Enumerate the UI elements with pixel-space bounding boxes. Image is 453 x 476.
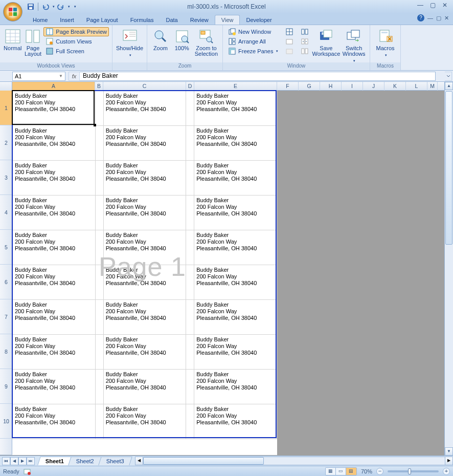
cell[interactable]: Buddy Baker200 Falcon WayPleasantville, … <box>103 335 186 370</box>
row-header[interactable]: 8 <box>0 334 12 369</box>
cell[interactable]: Buddy Baker200 Falcon WayPleasantville, … <box>194 404 277 439</box>
cell[interactable]: Buddy Baker200 Falcon WayPleasantville, … <box>103 196 186 230</box>
scroll-left-button[interactable]: ◀ <box>135 457 143 465</box>
row-header[interactable]: 4 <box>0 195 12 230</box>
tab-review[interactable]: Review <box>184 15 215 25</box>
macro-record-icon[interactable] <box>24 468 31 475</box>
cell[interactable]: Buddy Baker200 Falcon WayPleasantville, … <box>103 230 186 265</box>
view-side-by-side-button[interactable] <box>299 27 311 36</box>
row-header[interactable]: 5 <box>0 230 12 265</box>
normal-shortcut-icon[interactable]: ▦ <box>326 468 336 475</box>
column-header[interactable]: A <box>12 82 95 91</box>
redo-dropdown[interactable]: ▾ <box>68 5 70 9</box>
vertical-scroll-thumb[interactable] <box>445 91 452 245</box>
cell[interactable] <box>95 196 103 230</box>
zoom-slider-knob[interactable] <box>408 468 411 474</box>
column-header[interactable]: I <box>342 82 363 91</box>
cell[interactable] <box>95 404 103 439</box>
split-button[interactable] <box>283 27 296 36</box>
cell[interactable]: Buddy Baker200 Falcon WayPleasantville, … <box>13 335 96 370</box>
scroll-right-button[interactable]: ▶ <box>445 457 453 465</box>
qat-customize-dropdown[interactable]: ▾ <box>74 5 76 9</box>
cell[interactable]: Buddy Baker200 Falcon WayPleasantville, … <box>13 196 96 230</box>
new-window-button[interactable]: New Window <box>226 27 280 36</box>
macros-button[interactable]: Macros▾ <box>373 26 397 58</box>
vertical-scrollbar[interactable]: ▲ ▼ <box>444 82 453 456</box>
normal-view-button[interactable]: Normal <box>3 26 22 51</box>
cell[interactable] <box>95 161 103 196</box>
column-header[interactable]: J <box>363 82 384 91</box>
row-header[interactable]: 10 <box>0 404 12 439</box>
cell[interactable] <box>186 404 194 439</box>
save-icon[interactable] <box>27 3 35 11</box>
close-button[interactable]: ✕ <box>440 2 450 9</box>
cell[interactable] <box>95 335 103 370</box>
custom-views-button[interactable]: Custom Views <box>43 37 109 46</box>
tab-page-layout[interactable]: Page Layout <box>80 15 124 25</box>
zoom-100-button[interactable]: 100% <box>172 26 192 51</box>
help-icon[interactable]: ? <box>417 14 424 21</box>
cell[interactable]: Buddy Baker200 Falcon WayPleasantville, … <box>194 230 277 265</box>
tab-view[interactable]: View <box>215 15 240 25</box>
cell[interactable] <box>186 91 194 126</box>
cell[interactable]: Buddy Baker200 Falcon WayPleasantville, … <box>103 370 186 404</box>
show-hide-button[interactable]: Show/Hide ▾ <box>116 26 144 58</box>
redo-icon[interactable] <box>57 3 65 11</box>
row-header[interactable]: 3 <box>0 160 12 195</box>
cell[interactable] <box>186 126 194 161</box>
sheet-tab[interactable]: Sheet3 <box>98 457 132 465</box>
column-header[interactable]: K <box>384 82 406 91</box>
cell[interactable] <box>95 265 103 300</box>
cell[interactable] <box>186 230 194 265</box>
undo-icon[interactable] <box>41 3 50 11</box>
cell[interactable]: Buddy Baker200 Falcon WayPleasantville, … <box>194 265 277 300</box>
row-header[interactable]: 2 <box>0 125 12 160</box>
tab-nav-next-icon[interactable]: ▶ <box>18 457 27 465</box>
page-break-shortcut-icon[interactable]: ▤ <box>346 468 356 475</box>
cell[interactable] <box>186 300 194 335</box>
unhide-button[interactable] <box>283 47 296 56</box>
column-header[interactable]: D <box>186 82 194 91</box>
switch-windows-button[interactable]: Switch Windows▾ <box>341 26 367 63</box>
zoom-out-button[interactable]: − <box>376 468 383 475</box>
sheet-tab[interactable]: Sheet2 <box>68 457 102 465</box>
cell[interactable]: Buddy Baker200 Falcon WayPleasantville, … <box>13 265 96 300</box>
tab-insert[interactable]: Insert <box>54 15 80 25</box>
fill-handle[interactable] <box>94 124 96 126</box>
cell[interactable]: Buddy Baker200 Falcon WayPleasantville, … <box>103 404 186 439</box>
tab-nav-prev-icon[interactable]: ◀ <box>10 457 18 465</box>
cell[interactable] <box>95 300 103 335</box>
maximize-button[interactable]: ▢ <box>427 2 438 9</box>
column-header[interactable]: L <box>406 82 427 91</box>
row-header[interactable]: 1 <box>0 91 12 125</box>
select-all-corner[interactable] <box>0 82 12 91</box>
fx-icon[interactable]: fx <box>69 72 80 81</box>
cell[interactable]: Buddy Baker200 Falcon WayPleasantville, … <box>13 370 96 404</box>
zoom-slider[interactable] <box>388 470 439 472</box>
reset-window-button[interactable] <box>299 47 311 56</box>
cell[interactable]: Buddy Baker200 Falcon WayPleasantville, … <box>103 91 186 126</box>
zoom-in-button[interactable]: + <box>443 468 450 475</box>
column-header[interactable]: C <box>103 82 186 91</box>
cell[interactable]: Buddy Baker200 Falcon WayPleasantville, … <box>194 126 277 161</box>
minimize-button[interactable]: — <box>415 2 425 9</box>
scroll-up-button[interactable]: ▲ <box>445 82 453 90</box>
cell[interactable] <box>186 196 194 230</box>
name-box-dropdown-icon[interactable]: ▼ <box>59 74 63 78</box>
column-header[interactable]: E <box>194 82 277 91</box>
cell[interactable] <box>95 230 103 265</box>
cell[interactable]: Buddy Baker200 Falcon WayPleasantville, … <box>13 161 96 196</box>
zoom-percentage[interactable]: 70% <box>361 468 372 474</box>
cell[interactable] <box>186 370 194 404</box>
tab-developer[interactable]: Developer <box>240 15 278 25</box>
cell[interactable]: Buddy Baker200 Falcon WayPleasantville, … <box>13 126 96 161</box>
formula-bar-expand-icon[interactable] <box>445 72 452 81</box>
cell[interactable]: Buddy Baker200 Falcon WayPleasantville, … <box>103 265 186 300</box>
column-header[interactable]: B <box>95 82 103 91</box>
scroll-down-button[interactable]: ▼ <box>445 447 453 456</box>
freeze-panes-button[interactable]: Freeze Panes▾ <box>226 47 280 56</box>
cell[interactable] <box>95 370 103 404</box>
tab-formulas[interactable]: Formulas <box>124 15 160 25</box>
cell[interactable]: Buddy Baker200 Falcon WayPleasantville, … <box>13 404 96 439</box>
cell[interactable]: Buddy Baker200 Falcon WayPleasantville, … <box>13 91 96 126</box>
